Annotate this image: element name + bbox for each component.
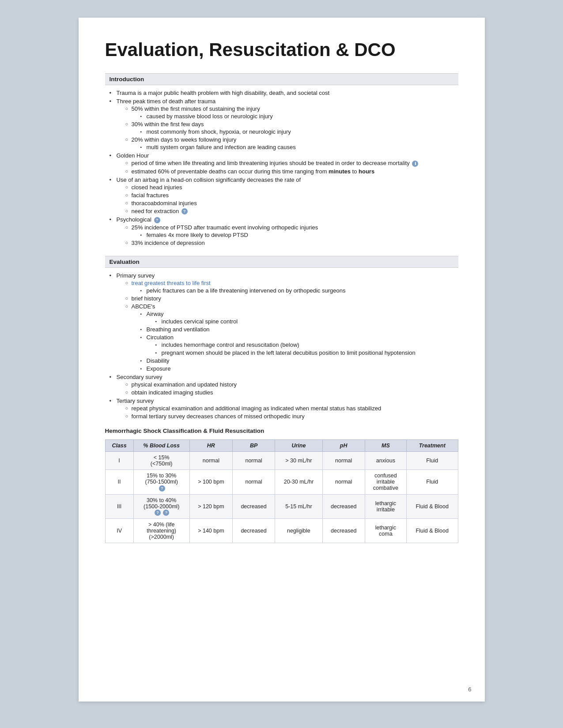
col-treatment: Treatment xyxy=(407,439,458,451)
second-level-list: repeat physical examination and addition… xyxy=(117,405,458,420)
list-item: ABCDE's Airway includes cervical spine c… xyxy=(125,303,458,372)
page-number: 6 xyxy=(468,686,471,693)
cell-blood-loss: > 40% (lifethreatening)(>2000ml) xyxy=(133,519,189,543)
cell-blood-loss: < 15%(<750ml) xyxy=(133,451,189,469)
list-item: Disability xyxy=(140,357,458,364)
page-title: Evaluation, Resuscitation & DCO xyxy=(105,40,458,60)
col-bp: BP xyxy=(233,439,275,451)
cell-hr: > 100 bpm xyxy=(189,469,232,494)
table-row: IV > 40% (lifethreatening)(>2000ml) > 14… xyxy=(105,519,458,543)
info-icon[interactable]: ℹ xyxy=(412,161,418,167)
cell-ms: lethargiccoma xyxy=(365,519,406,543)
shock-table: Class % Blood Loss HR BP Urine pH MS Tre… xyxy=(105,439,458,543)
cell-bp: normal xyxy=(233,469,275,494)
list-item: Psychological ? 25% incidence of PTSD af… xyxy=(110,216,458,246)
col-class: Class xyxy=(105,439,133,451)
list-item: pelvic fractures can be a life threateni… xyxy=(140,287,458,294)
list-item: closed head injuries xyxy=(125,184,458,191)
col-urine: Urine xyxy=(275,439,323,451)
col-hr: HR xyxy=(189,439,232,451)
cell-urine: > 30 mL/hr xyxy=(275,451,323,469)
third-level-list: pelvic fractures can be a life threateni… xyxy=(132,287,458,294)
list-item: Tertiary survey repeat physical examinat… xyxy=(110,398,458,420)
list-item: includes hemorrhage control and resuscit… xyxy=(155,341,458,348)
cell-hr: > 140 bpm xyxy=(189,519,232,543)
second-level-list: period of time when life threating and l… xyxy=(117,160,458,175)
list-item: Breathing and ventilation xyxy=(140,326,458,333)
list-item: Airway includes cervical spine control xyxy=(140,311,458,325)
third-level-list: caused by massive blood loss or neurolog… xyxy=(132,113,458,120)
cell-ph: normal xyxy=(322,451,365,469)
list-item: physical examination and updated history xyxy=(125,381,458,388)
cell-hr: normal xyxy=(189,451,232,469)
second-level-list: 25% incidence of PTSD after traumatic ev… xyxy=(117,224,458,246)
info-icon[interactable]: ? xyxy=(154,217,160,223)
cell-class: III xyxy=(105,494,133,519)
list-item: most commonly from shock, hypoxia, or ne… xyxy=(140,128,458,135)
second-level-list: 50% within the first minutes of sustaini… xyxy=(117,105,458,150)
shock-subsection: Hemorrhagic Shock Classification & Fluid… xyxy=(105,428,458,543)
page: Evaluation, Resuscitation & DCO Introduc… xyxy=(79,18,485,702)
list-item: includes cervical spine control xyxy=(155,318,458,325)
evaluation-section: Evaluation Primary survey treat greatest… xyxy=(105,256,458,543)
cell-ph: decreased xyxy=(322,494,365,519)
info-icon[interactable]: ? xyxy=(155,510,161,516)
fourth-level-list: includes hemorrhage control and resuscit… xyxy=(147,341,458,356)
cell-ms: lethargicirritable xyxy=(365,494,406,519)
shock-header: Hemorrhagic Shock Classification & Fluid… xyxy=(105,428,458,434)
list-item: Trauma is a major public health problem … xyxy=(110,90,458,96)
info-icon[interactable]: ? xyxy=(163,510,169,516)
cell-hr: > 120 bpm xyxy=(189,494,232,519)
list-item: brief history xyxy=(125,295,458,302)
cell-ph: decreased xyxy=(322,519,365,543)
table-header-row: Class % Blood Loss HR BP Urine pH MS Tre… xyxy=(105,439,458,451)
list-item: 20% within days to weeks following injur… xyxy=(125,136,458,150)
list-item: thoracoabdominal injuries xyxy=(125,200,458,206)
cell-blood-loss: 30% to 40%(1500-2000ml)? ? xyxy=(133,494,189,519)
list-item: Circulation includes hemorrhage control … xyxy=(140,334,458,356)
cell-urine: negligible xyxy=(275,519,323,543)
cell-bp: decreased xyxy=(233,494,275,519)
list-item: 25% incidence of PTSD after traumatic ev… xyxy=(125,224,458,238)
col-blood-loss: % Blood Loss xyxy=(133,439,189,451)
cell-treatment: Fluid xyxy=(407,451,458,469)
col-ph: pH xyxy=(322,439,365,451)
list-item: Golden Hour period of time when life thr… xyxy=(110,152,458,175)
third-level-list: females 4x more likely to develop PTSD xyxy=(132,232,458,238)
list-item: Three peak times of death after trauma 5… xyxy=(110,98,458,150)
list-item: Use of an airbag in a head-on collision … xyxy=(110,176,458,215)
third-level-list: most commonly from shock, hypoxia, or ne… xyxy=(132,128,458,135)
list-item: 33% incidence of depression xyxy=(125,240,458,246)
cell-class: I xyxy=(105,451,133,469)
cell-treatment: Fluid & Blood xyxy=(407,519,458,543)
eval-list: Primary survey treat greatest threats to… xyxy=(105,272,458,420)
list-item: obtain indicated imaging studies xyxy=(125,389,458,396)
info-icon[interactable]: ? xyxy=(181,208,188,214)
evaluation-header: Evaluation xyxy=(105,256,458,268)
table-row: I < 15%(<750ml) normal normal > 30 mL/hr… xyxy=(105,451,458,469)
cell-ms: anxious xyxy=(365,451,406,469)
list-item: Primary survey treat greatest threats to… xyxy=(110,272,458,372)
second-level-list: closed head injuries facial fractures th… xyxy=(117,184,458,215)
cell-urine: 5-15 mL/hr xyxy=(275,494,323,519)
second-level-list: physical examination and updated history… xyxy=(117,381,458,396)
list-item: pregnant women should be placed in the l… xyxy=(155,349,458,356)
list-item: facial fractures xyxy=(125,192,458,199)
cell-treatment: Fluid & Blood xyxy=(407,494,458,519)
list-item: period of time when life threating and l… xyxy=(125,160,458,167)
cell-class: IV xyxy=(105,519,133,543)
table-row: II 15% to 30%(750-1500ml)? > 100 bpm nor… xyxy=(105,469,458,494)
cell-treatment: Fluid xyxy=(407,469,458,494)
highlight-text: treat greatest threats to life first xyxy=(132,280,211,286)
cell-bp: normal xyxy=(233,451,275,469)
list-item: caused by massive blood loss or neurolog… xyxy=(140,113,458,120)
cell-ms: confusedirritablecombative xyxy=(365,469,406,494)
fourth-level-list: includes cervical spine control xyxy=(147,318,458,325)
cell-bp: decreased xyxy=(233,519,275,543)
info-icon[interactable]: ? xyxy=(159,485,165,492)
list-item: need for extraction ? xyxy=(125,208,458,215)
introduction-header: Introduction xyxy=(105,73,458,85)
cell-urine: 20-30 mL/hr xyxy=(275,469,323,494)
list-item: formal tertiary survey decreases chances… xyxy=(125,413,458,420)
intro-list: Trauma is a major public health problem … xyxy=(105,90,458,246)
